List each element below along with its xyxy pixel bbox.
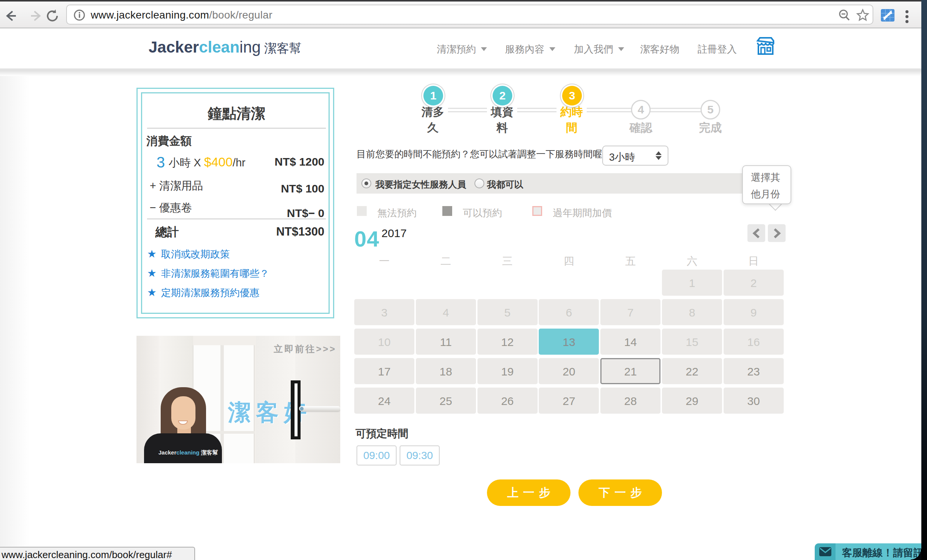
calendar-day-27[interactable]: 27 xyxy=(539,388,599,414)
tooltip-arrow xyxy=(769,203,782,216)
nav-item-1[interactable]: 清潔預約 xyxy=(437,43,487,56)
time-0930-button[interactable]: 09:30 xyxy=(400,445,440,465)
window-corner xyxy=(911,549,921,560)
weekday-4: 四 xyxy=(539,254,599,268)
calendar-day-18[interactable]: 18 xyxy=(416,358,476,384)
calendar-day-11[interactable]: 11 xyxy=(416,329,476,355)
star-icon: ★ xyxy=(147,248,157,260)
calendar-grid: 1234567891011121314151617181920212223242… xyxy=(354,270,786,414)
browser-toolbar: www.jackercleaning.com/book/regular xyxy=(0,2,927,28)
bookmark-star-icon[interactable] xyxy=(855,8,870,23)
step-5-label2: 完成 xyxy=(699,120,722,136)
calendar-day-15: 15 xyxy=(662,329,722,355)
pricing-hours-row: 3小時 X $400/hr xyxy=(157,154,245,171)
banner-cta[interactable]: 立即前往>>> xyxy=(274,343,336,355)
radio-female-staff[interactable] xyxy=(361,178,371,188)
calendar-day-25[interactable]: 25 xyxy=(416,388,476,414)
step-4-circle: 4 xyxy=(631,100,651,119)
pricing-link-2[interactable]: ★非清潔服務範圍有哪些？ xyxy=(147,267,269,280)
divider xyxy=(147,128,326,129)
promo-banner[interactable]: 立即前往>>> Jackercleaning 潔客幫 潔客好 xyxy=(136,336,340,463)
status-bar: www.jackercleaning.com/book/regular# xyxy=(0,547,195,560)
refresh-icon[interactable] xyxy=(45,8,60,24)
pricing-supplies-label: + 清潔用品 xyxy=(150,178,203,194)
calendar-day-8: 8 xyxy=(662,299,722,325)
calendar-day-22[interactable]: 22 xyxy=(662,358,722,384)
pricing-total-value: NT$1300 xyxy=(264,225,324,239)
radio-any-staff[interactable] xyxy=(474,178,484,188)
calendar-day-24[interactable]: 24 xyxy=(354,388,414,414)
calendar-day-16: 16 xyxy=(724,329,784,355)
chat-widget[interactable]: 客服離線！請留訊息 xyxy=(815,543,921,560)
next-step-button[interactable]: 下一步 xyxy=(578,479,662,506)
staff-preference-bar: 我要指定女性服務人員 我都可以 xyxy=(357,173,786,194)
calendar-day-13[interactable]: 13 xyxy=(539,329,599,355)
calendar-prev-button[interactable] xyxy=(747,224,765,242)
calendar-next-button[interactable] xyxy=(768,224,786,242)
store-icon[interactable] xyxy=(755,37,776,56)
step-1-circle: 1 xyxy=(423,86,443,105)
site-header: Jackercleaning 潔客幫 清潔預約服務內容加入我們潔客好物註冊登入 xyxy=(0,28,921,68)
squeegee-pole xyxy=(300,407,304,411)
nav-item-2[interactable]: 服務內容 xyxy=(505,43,555,56)
back-icon[interactable] xyxy=(3,8,18,23)
time-0900-button[interactable]: 09:00 xyxy=(357,445,397,465)
calendar-day-28[interactable]: 28 xyxy=(600,388,660,414)
calendar-day-19[interactable]: 19 xyxy=(477,358,538,384)
nav-item-3[interactable]: 加入我們 xyxy=(574,43,624,56)
nav-item-5[interactable]: 註冊登入 xyxy=(698,43,737,56)
calendar-day-21[interactable]: 21 xyxy=(600,358,660,384)
calendar-day-9: 9 xyxy=(724,299,784,325)
envelope-icon xyxy=(819,547,831,556)
shirt-logo: Jackercleaning 潔客幫 xyxy=(158,449,218,456)
prev-step-button[interactable]: 上一步 xyxy=(487,479,570,506)
select-up-arrow xyxy=(656,151,662,155)
step-3-label2: 間 xyxy=(566,120,577,136)
pricing-title: 鐘點清潔 xyxy=(138,104,335,123)
screen: www.jackercleaning.com/book/regular Jack… xyxy=(0,0,927,560)
legend-label-unavailable: 無法預約 xyxy=(377,206,417,220)
pricing-coupon-label: − 優惠卷 xyxy=(150,200,192,216)
radio-any-staff-label[interactable]: 我都可以 xyxy=(487,178,523,191)
calendar-day-30[interactable]: 30 xyxy=(724,388,784,414)
time-hint-text: 目前您要的時間不能預約？您可以試著調整一下服務時間喔！ xyxy=(357,148,612,160)
weekday-2: 二 xyxy=(416,254,476,268)
calendar-day-10: 10 xyxy=(354,329,414,355)
calendar-day-14[interactable]: 14 xyxy=(600,329,660,355)
step-5-circle: 5 xyxy=(701,100,720,119)
chevron-down-icon xyxy=(549,47,555,51)
url-text[interactable]: www.jackercleaning.com/book/regular xyxy=(91,9,273,21)
calendar-month: 04 xyxy=(354,226,380,251)
pricing-link-1[interactable]: ★取消或改期政策 xyxy=(147,248,230,261)
calendar-day-29[interactable]: 29 xyxy=(662,388,722,414)
pricing-total-label: 總計 xyxy=(155,224,179,240)
site-logo[interactable]: Jackercleaning 潔客幫 xyxy=(149,38,302,57)
left-edge-shade xyxy=(0,76,30,546)
times-label: 可預定時間 xyxy=(355,427,408,441)
pricing-supplies-value: NT$ 100 xyxy=(260,182,324,195)
calendar-day-1: 1 xyxy=(662,270,722,296)
legend-label-surcharge: 過年期間加價 xyxy=(553,206,612,220)
radio-female-staff-label[interactable]: 我要指定女性服務人員 xyxy=(375,178,466,191)
calendar-day-17[interactable]: 17 xyxy=(354,358,414,384)
step-4-label2: 確認 xyxy=(629,120,652,136)
step-3-circle: 3 xyxy=(562,86,582,105)
calendar-day-26[interactable]: 26 xyxy=(477,388,538,414)
info-icon[interactable] xyxy=(73,9,85,21)
zoom-icon[interactable] xyxy=(838,9,851,22)
duration-select[interactable]: 3小時 xyxy=(602,146,668,166)
step-2-label2: 料 xyxy=(496,120,508,136)
calendar-day-12[interactable]: 12 xyxy=(477,329,538,355)
nav-item-4[interactable]: 潔客好物 xyxy=(640,43,679,56)
extension-icon[interactable] xyxy=(881,9,894,22)
forward-icon[interactable] xyxy=(29,8,44,23)
calendar-day-20[interactable]: 20 xyxy=(539,358,599,384)
calendar-day-4: 4 xyxy=(416,299,476,325)
squeegee xyxy=(295,383,298,436)
calendar-day-7: 7 xyxy=(600,299,660,325)
chevron-down-icon xyxy=(481,47,487,51)
calendar-day-23[interactable]: 23 xyxy=(724,358,784,384)
pricing-link-3[interactable]: ★定期清潔服務預約優惠 xyxy=(147,286,259,299)
divider xyxy=(147,219,326,219)
menu-dots-icon[interactable] xyxy=(904,10,910,23)
